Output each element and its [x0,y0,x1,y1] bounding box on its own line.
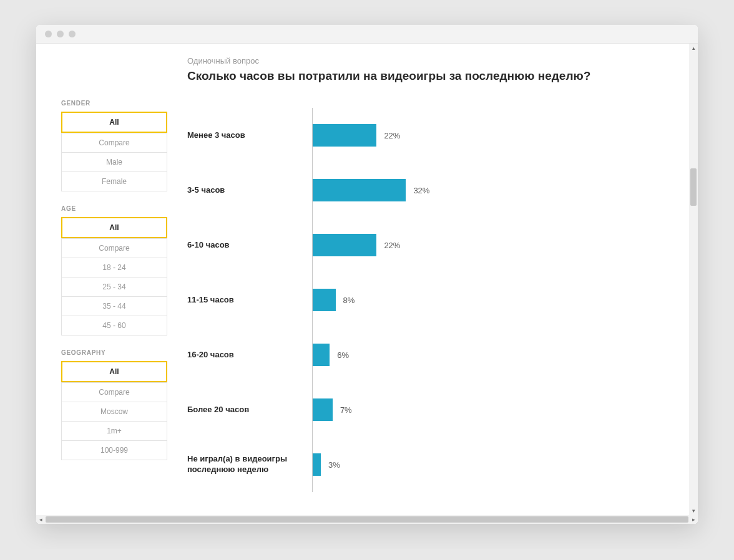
chart-row: Менее 3 часов22% [187,108,664,163]
chart-bar-value: 22% [384,241,400,250]
chart-axis-line [312,327,313,382]
chart-row-plot: 8% [312,273,664,327]
window-control-close[interactable] [45,31,52,37]
chart-row-plot: 6% [312,327,664,382]
app-window: GENDERAllCompareMaleFemaleAGEAllCompare1… [36,25,698,524]
filter-option[interactable]: 35 - 44 [61,297,167,316]
horizontal-scroll-thumb[interactable] [46,516,688,523]
scroll-left-arrow-icon[interactable]: ◂ [36,515,45,524]
chart-bar-value: 8% [343,296,355,305]
chart-axis-line [312,163,313,218]
scroll-up-arrow-icon[interactable]: ▴ [689,44,698,52]
chart-axis-line [312,218,313,273]
filter-option[interactable]: All [61,217,167,238]
chart-row-plot: 22% [312,108,664,163]
filter-option[interactable]: 25 - 34 [61,278,167,297]
filter-group: GEOGRAPHYAllCompareMoscow1m+100-999 [61,349,167,460]
chart-axis-line [312,108,313,163]
chart-row-label: Более 20 часов [187,405,312,415]
horizontal-scrollbar[interactable]: ◂ ▸ [36,515,698,524]
filter-option[interactable]: Female [61,172,167,191]
chart-row: 11-15 часов8% [187,273,664,327]
chart-row-plot: 7% [312,382,664,437]
chart-row: Более 20 часов7% [187,382,664,437]
chart-bar-value: 6% [337,350,349,360]
filter-option[interactable]: Compare [61,133,167,153]
chart-row-label: Не играл(а) в видеоигры последнюю неделю [187,454,312,475]
filter-group: AGEAllCompare18 - 2425 - 3435 - 4445 - 6… [61,205,167,336]
chart-row: Не играл(а) в видеоигры последнюю неделю… [187,437,664,492]
question-type-label: Одиночный вопрос [187,56,664,65]
chart-bar [312,398,333,421]
window-titlebar [36,25,698,44]
window-control-maximize[interactable] [69,31,76,37]
chart-bar-value: 22% [384,131,400,140]
filter-option[interactable]: 45 - 60 [61,316,167,336]
chart-bar [312,453,321,476]
chart-bar [312,344,330,366]
main-panel: Одиночный вопрос Сколько часов вы потрат… [187,56,664,492]
filter-option[interactable]: 1m+ [61,422,167,441]
filter-option[interactable]: All [61,112,167,133]
vertical-scroll-thumb[interactable] [690,168,697,206]
chart-row-plot: 3% [312,437,664,492]
chart-row-label: Менее 3 часов [187,130,312,141]
chart-bar [312,179,406,201]
chart-row-label: 16-20 часов [187,350,312,360]
filter-group-header: AGE [61,205,167,212]
chart-bar-value: 3% [328,460,340,470]
chart-row-label: 6-10 часов [187,240,312,251]
question-title: Сколько часов вы потратили на видеоигры … [187,69,664,83]
filter-option[interactable]: Moscow [61,402,167,422]
chart-bar [312,289,336,311]
content-area: GENDERAllCompareMaleFemaleAGEAllCompare1… [36,44,689,515]
filter-option[interactable]: All [61,361,167,382]
filter-option[interactable]: Male [61,153,167,172]
scroll-right-arrow-icon[interactable]: ▸ [689,515,698,524]
filter-option[interactable]: 100-999 [61,441,167,460]
filter-option[interactable]: 18 - 24 [61,258,167,278]
bar-chart: Менее 3 часов22%3-5 часов32%6-10 часов22… [187,108,664,492]
chart-axis-line [312,382,313,437]
chart-row: 6-10 часов22% [187,218,664,273]
chart-bar [312,234,376,256]
chart-axis-line [312,437,313,492]
filter-option[interactable]: Compare [61,382,167,402]
filter-option[interactable]: Compare [61,238,167,258]
vertical-scrollbar[interactable]: ▴ ▾ [689,44,698,515]
filter-group-header: GENDER [61,100,167,107]
filters-sidebar: GENDERAllCompareMaleFemaleAGEAllCompare1… [61,56,167,492]
window-control-minimize[interactable] [57,31,64,37]
chart-bar [312,124,376,147]
chart-row: 3-5 часов32% [187,163,664,218]
chart-bar-value: 32% [413,186,429,195]
chart-row-label: 11-15 часов [187,295,312,306]
chart-row-plot: 32% [312,163,664,218]
chart-row-label: 3-5 часов [187,185,312,196]
viewport: GENDERAllCompareMaleFemaleAGEAllCompare1… [36,44,698,524]
scroll-down-arrow-icon[interactable]: ▾ [689,506,698,515]
filter-group: GENDERAllCompareMaleFemale [61,100,167,191]
chart-row-plot: 22% [312,218,664,273]
chart-bar-value: 7% [340,405,352,415]
chart-row: 16-20 часов6% [187,327,664,382]
chart-axis-line [312,273,313,327]
filter-group-header: GEOGRAPHY [61,349,167,356]
